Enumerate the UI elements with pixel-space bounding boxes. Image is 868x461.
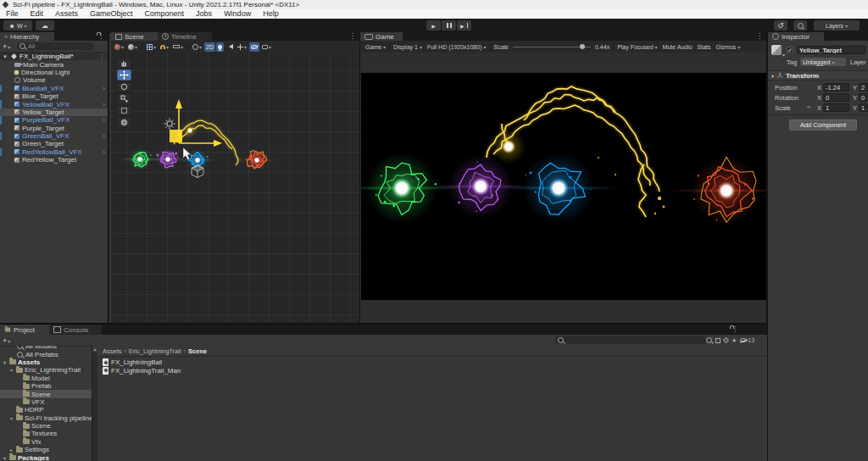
layers-dropdown[interactable]: Layers ▾ <box>814 20 860 31</box>
hierarchy-item-main-camera[interactable]: Main Camera <box>0 60 108 68</box>
game-viewport[interactable] <box>360 53 766 323</box>
project-file-fx-lightningtrail-man[interactable]: FX_LightningTrail_Man <box>103 367 767 375</box>
breadcrumb-segment-eric-lightningtrail[interactable]: Eric_LightningTrail <box>129 347 181 355</box>
hierarchy-item-greenball-vfx[interactable]: GreenBall_VFX› <box>0 132 108 140</box>
tag-dropdown[interactable]: Untagged▾ <box>800 58 846 66</box>
account-button[interactable]: ☻ W ▾ <box>3 20 32 31</box>
undo-history-button[interactable]: ↺ <box>774 20 787 31</box>
menu-window[interactable]: Window <box>218 9 257 19</box>
tab-game[interactable]: Game <box>360 32 403 41</box>
snap-dropdown[interactable]: ▾ <box>159 42 170 52</box>
y-value-field[interactable]: 2 <box>859 83 868 92</box>
hierarchy-item-purpleball-vfx[interactable]: PurpleBall_VFX› <box>0 116 108 124</box>
project-tree-settings[interactable]: ▸Settings <box>0 446 92 453</box>
hierarchy-item-blueball-vfx[interactable]: BlueBall_VFX› <box>0 85 108 92</box>
tab-inspector[interactable]: Inspector <box>768 32 824 41</box>
gizmos-dropdown[interactable]: Gizmos▾ <box>714 42 743 52</box>
hierarchy-item-green-target[interactable]: Green_Target <box>0 140 108 147</box>
toggle-2d-button[interactable]: 2D <box>204 42 215 52</box>
x-value-field[interactable]: -1.24 <box>823 83 849 92</box>
draw-mode-dropdown[interactable]: ▾ <box>113 42 125 52</box>
menu-help[interactable]: Help <box>257 9 285 19</box>
active-checkbox[interactable]: ✓ <box>787 47 793 53</box>
expand-chevron-icon[interactable]: › <box>103 132 105 140</box>
hierarchy-item-yellowball-vfx[interactable]: YellowBall_VFX› <box>0 100 108 108</box>
foldout-arrow-icon[interactable]: ▾ <box>8 367 14 373</box>
project-tree-model[interactable]: Model <box>0 375 92 382</box>
breadcrumb-segment-assets[interactable]: Assets <box>103 347 122 355</box>
project-tree-scrollbar[interactable]: ▲ <box>92 346 97 461</box>
project-tree-scene[interactable]: Scene <box>0 422 92 430</box>
resolution-dropdown[interactable]: Full HD (1920x1080)▾ <box>425 42 489 52</box>
scale-link-icon[interactable]: ∞ <box>807 104 810 109</box>
hierarchy-item-purple-target[interactable]: Purple_Target <box>0 125 108 132</box>
hierarchy-item-directional-light[interactable]: Directional Light <box>0 69 108 76</box>
hierarchy-item-blue-target[interactable]: Blue_Target <box>0 92 108 100</box>
display-dropdown[interactable]: Display 1▾ <box>391 42 425 52</box>
x-value-field[interactable]: 0 <box>823 93 849 102</box>
effects-dropdown[interactable]: ▾ <box>236 42 248 52</box>
hierarchy-item-fx-lightningball[interactable]: ▾FX_LightningBall*⋮ <box>0 53 108 60</box>
object-icon-dropdown[interactable] <box>771 45 782 55</box>
tab-timeline[interactable]: Timeline <box>158 32 212 41</box>
expand-chevron-icon[interactable]: › <box>103 116 105 124</box>
tab-project[interactable]: Project <box>0 325 49 335</box>
y-value-field[interactable]: 1 <box>859 103 868 112</box>
foldout-arrow-icon[interactable]: ▾ <box>771 73 774 79</box>
hierarchy-search-input[interactable]: All <box>17 42 94 50</box>
foldout-arrow-icon[interactable]: ▾ <box>2 359 8 365</box>
scene-audio-button[interactable] <box>225 42 235 52</box>
create-asset-button[interactable]: +▾ <box>3 336 10 345</box>
panel-menu-icon[interactable]: ⋮ <box>732 326 738 333</box>
package-icon[interactable] <box>715 338 721 343</box>
panel-menu-icon[interactable]: ⋮ <box>349 33 356 40</box>
play-focused-dropdown[interactable]: Play Focused▾ <box>615 42 659 52</box>
tab-hierarchy[interactable]: ≡ Hierarchy <box>0 32 54 41</box>
search-by-type-icon[interactable] <box>706 337 712 343</box>
scene-viewport[interactable] <box>111 53 359 323</box>
pause-button[interactable] <box>442 20 456 31</box>
step-button[interactable]: ▶ <box>457 20 471 31</box>
x-value-field[interactable]: 1 <box>823 103 849 112</box>
hierarchy-item-volume[interactable]: Volume <box>0 76 108 84</box>
mute-audio-button[interactable]: Mute Audio <box>660 42 695 52</box>
tab-console[interactable]: Console <box>49 325 102 335</box>
scene-lighting-button[interactable] <box>216 42 224 52</box>
hierarchy-item-yellow-target[interactable]: Yellow_Target <box>0 108 108 116</box>
grid-visibility-dropdown[interactable]: ▾ <box>145 42 158 52</box>
breadcrumb-segment-scene[interactable]: Scene <box>188 347 207 355</box>
hierarchy-item-redyellowball-vfx[interactable]: RedYellowBall_VFX› <box>0 148 108 156</box>
foldout-arrow-icon[interactable]: ▸ <box>8 447 14 453</box>
menu-file[interactable]: File <box>0 9 25 19</box>
project-tree-sci-fi-tracking-pipeline[interactable]: ▾Sci-Fi tracking pipeline <box>0 414 92 422</box>
scale-slider[interactable] <box>513 42 591 51</box>
project-tree-packages[interactable]: ▾Packages <box>0 453 92 461</box>
transform-component-header[interactable]: ▾ Transform <box>768 70 868 81</box>
menu-jobs[interactable]: Jobs <box>190 9 218 19</box>
scene-camera-dropdown[interactable]: ▾ <box>260 42 273 52</box>
project-file-fx-lightningball[interactable]: FX_LightningBall <box>103 358 767 367</box>
hidden-count-button[interactable]: 13 <box>740 337 754 343</box>
game-mode-dropdown[interactable]: Game▾ <box>363 42 388 52</box>
scene-options-icon[interactable]: ⋮ <box>99 53 105 60</box>
project-tree-eric-lightningtrail[interactable]: ▾Eric_LightningTrail <box>0 366 92 374</box>
expand-chevron-icon[interactable]: › <box>103 101 105 108</box>
hidden-objects-button[interactable] <box>249 42 259 52</box>
project-tree-prefab[interactable]: Prefab <box>0 382 92 390</box>
tab-scene[interactable]: Scene <box>111 32 158 41</box>
create-object-button[interactable]: +▾ <box>3 42 10 51</box>
foldout-arrow-icon[interactable]: ▾ <box>2 53 8 60</box>
stats-button[interactable]: Stats <box>695 42 714 52</box>
favorites-star-icon[interactable]: ★ <box>732 337 737 344</box>
project-tree-vfx[interactable]: VFX <box>0 398 92 406</box>
project-tree-vfx[interactable]: Vfx <box>0 438 92 446</box>
cloud-services-button[interactable]: ☁ <box>36 20 54 31</box>
hierarchy-item-redyellow-target[interactable]: RedYellow_Target <box>0 156 108 164</box>
project-tree-all-prefabs[interactable]: All Prefabs <box>0 350 92 358</box>
menu-component[interactable]: Component <box>139 9 191 19</box>
add-component-button[interactable]: Add Component <box>789 119 857 131</box>
slider-knob[interactable] <box>580 44 585 49</box>
expand-chevron-icon[interactable]: › <box>103 148 105 156</box>
search-button[interactable] <box>793 20 807 31</box>
menu-assets[interactable]: Assets <box>49 9 84 19</box>
